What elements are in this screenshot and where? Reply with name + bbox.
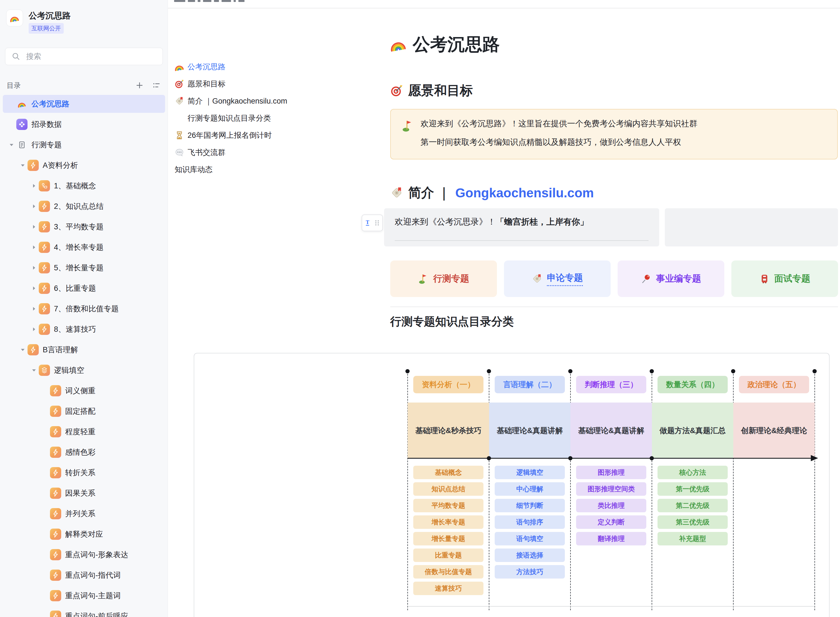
collapse-outline-button[interactable] <box>173 44 186 57</box>
sidebar-item[interactable]: 5、增长量专题 <box>3 259 165 277</box>
board-item-pill[interactable]: 类比推理 <box>576 499 646 512</box>
board-item-pill[interactable]: 定义判断 <box>576 515 646 529</box>
board-item-pill[interactable]: 第三优先级 <box>657 515 728 529</box>
caret-down-icon[interactable] <box>18 162 28 168</box>
text-block-toolbar[interactable]: T <box>362 214 383 231</box>
board-item-pill[interactable]: 逻辑填空 <box>495 466 565 479</box>
board-phase-band[interactable]: 基础理论&真题讲解 <box>489 403 570 458</box>
sidebar-item[interactable]: 公考沉思路 <box>3 95 165 113</box>
sidebar-item[interactable]: 逻辑填空 <box>3 361 165 379</box>
outline-item[interactable]: 行测专题知识点目录分类 <box>175 112 371 124</box>
board-item-pill[interactable]: 第一优先级 <box>657 482 728 496</box>
outline-item[interactable]: 飞书交流群 <box>175 146 371 159</box>
topic-card[interactable]: 事业编专题 <box>618 260 724 297</box>
board-item-pill[interactable]: 知识点总结 <box>413 482 483 496</box>
workspace-logo[interactable] <box>6 10 23 27</box>
board-phase-band[interactable]: 创新理论&经典理论 <box>733 403 815 458</box>
board-item-pill[interactable]: 语句排序 <box>495 515 565 529</box>
board-item-pill[interactable]: 补充题型 <box>657 532 728 545</box>
sidebar-item[interactable]: 7、倍数和比值专题 <box>3 300 165 318</box>
caret-right-icon[interactable] <box>29 203 39 210</box>
caret-down-icon[interactable] <box>7 142 16 148</box>
caret-down-icon[interactable] <box>18 347 28 353</box>
sidebar-item[interactable]: 重点词句-形象表达 <box>3 546 165 564</box>
outline-item[interactable]: 知识库动态 <box>175 163 371 176</box>
sidebar-item[interactable]: A资料分析 <box>3 156 165 174</box>
caret-right-icon[interactable] <box>29 224 39 230</box>
outline-item[interactable]: 愿景和目标 <box>175 78 371 90</box>
site-link[interactable]: Gongkaochensilu.com <box>455 185 594 201</box>
board-item-pill[interactable]: 图形推理 <box>576 466 646 479</box>
board-column-header[interactable]: 政治理论（五） <box>739 376 809 393</box>
board-item-pill[interactable]: 核心方法 <box>657 466 728 479</box>
sidebar-item[interactable]: 行测专题 <box>3 136 165 154</box>
sidebar-item-label: 因果关系 <box>65 488 96 498</box>
list-settings-icon[interactable] <box>152 81 161 90</box>
caret-right-icon[interactable] <box>29 326 39 332</box>
text-style-icon[interactable]: T <box>363 218 372 227</box>
board-item-pill[interactable]: 翻译推理 <box>576 532 646 545</box>
sidebar-item[interactable]: 程度轻重 <box>3 423 165 441</box>
outline-item-label: 知识库动态 <box>175 164 213 174</box>
board-item-pill[interactable]: 速算技巧 <box>413 582 483 595</box>
sidebar-item[interactable]: 1、基础概念 <box>3 177 165 195</box>
sidebar-item[interactable]: 感情色彩 <box>3 443 165 461</box>
board-item-pill[interactable]: 中心理解 <box>495 482 565 496</box>
board-item-pill[interactable]: 增长量专题 <box>413 532 483 545</box>
sidebar-item[interactable]: 重点词句-指代词 <box>3 566 165 584</box>
board-item-pill[interactable]: 方法技巧 <box>495 565 565 579</box>
board-column-header[interactable]: 资料分析（一） <box>413 376 483 393</box>
sidebar-item[interactable]: 重点词句-主题词 <box>3 587 165 605</box>
board-phase-band[interactable]: 基础理论&真题讲解 <box>570 403 652 458</box>
caret-down-icon[interactable] <box>29 367 39 373</box>
outline-item[interactable]: 简介 ｜Gongkaochensilu.com <box>175 95 371 107</box>
sidebar-item[interactable]: 词义侧重 <box>3 382 165 400</box>
board-item-pill[interactable]: 图形推理空间类 <box>576 482 646 496</box>
callout-block[interactable]: 欢迎来到《公考沉思路》！这里旨在提供一个免费考公考编内容共享知识社群 第一时间获… <box>390 109 838 159</box>
board-phase-band[interactable]: 做题方法&真题汇总 <box>652 403 733 458</box>
sidebar-item[interactable]: 6、比重专题 <box>3 279 165 297</box>
board-item-pill[interactable]: 细节判断 <box>495 499 565 512</box>
lightning-icon <box>39 324 50 335</box>
plus-icon[interactable] <box>135 81 144 90</box>
sidebar-item[interactable]: 3、平均数专题 <box>3 218 165 236</box>
topic-card[interactable]: 行测专题 <box>390 260 497 297</box>
sidebar-item[interactable]: 并列关系 <box>3 505 165 523</box>
board-phase-band[interactable]: 基础理论&秒杀技巧 <box>407 403 489 458</box>
outline-item[interactable]: 公考沉思路 <box>175 61 371 73</box>
board-item-pill[interactable]: 语句填空 <box>495 532 565 545</box>
topic-card[interactable]: 申论专题 <box>504 260 611 297</box>
board-item-pill[interactable]: 第二优先级 <box>657 499 728 512</box>
caret-right-icon[interactable] <box>29 183 39 189</box>
sidebar-item[interactable]: 解释类对应 <box>3 525 165 543</box>
search-box[interactable] <box>5 48 163 65</box>
caret-right-icon[interactable] <box>29 285 39 291</box>
board-item-pill[interactable]: 倍数与比值专题 <box>413 565 483 579</box>
sidebar-item[interactable]: 8、速算技巧 <box>3 320 165 338</box>
outline-item[interactable]: 26年国考网上报名倒计时 <box>175 129 371 142</box>
sidebar-item[interactable]: 重点词句-前后呼应 <box>3 607 165 617</box>
board-column-header[interactable]: 数量关系（四） <box>657 376 728 393</box>
board-column-header[interactable]: 言语理解（二） <box>495 376 565 393</box>
sidebar-item[interactable]: 固定搭配 <box>3 402 165 420</box>
board-item-pill[interactable]: 平均数专题 <box>413 499 483 512</box>
drag-handle-icon[interactable] <box>373 218 381 227</box>
caret-right-icon[interactable] <box>29 306 39 312</box>
sidebar-item[interactable]: 招录数据 <box>3 115 165 133</box>
sidebar-item[interactable]: 4、增长率专题 <box>3 238 165 256</box>
board-column-header[interactable]: 判断推理（三） <box>576 376 646 393</box>
sidebar-item[interactable]: 因果关系 <box>3 484 165 502</box>
sidebar-item[interactable]: 转折关系 <box>3 464 165 482</box>
board-item-pill[interactable]: 接语选择 <box>495 549 565 562</box>
topic-card[interactable]: 面试专题 <box>731 260 838 297</box>
board-item-pill[interactable]: 增长率专题 <box>413 515 483 529</box>
board-item-pill[interactable]: 比重专题 <box>413 549 483 562</box>
lightning-icon <box>50 590 61 601</box>
board-item-pill[interactable]: 基础概念 <box>413 466 483 479</box>
sidebar-item[interactable]: B言语理解 <box>3 341 165 359</box>
caret-right-icon[interactable] <box>29 265 39 271</box>
caret-right-icon[interactable] <box>29 244 39 250</box>
sidebar-item[interactable]: 2、知识点总结 <box>3 197 165 215</box>
search-input[interactable] <box>5 48 163 65</box>
empty-text-block[interactable] <box>665 208 838 247</box>
